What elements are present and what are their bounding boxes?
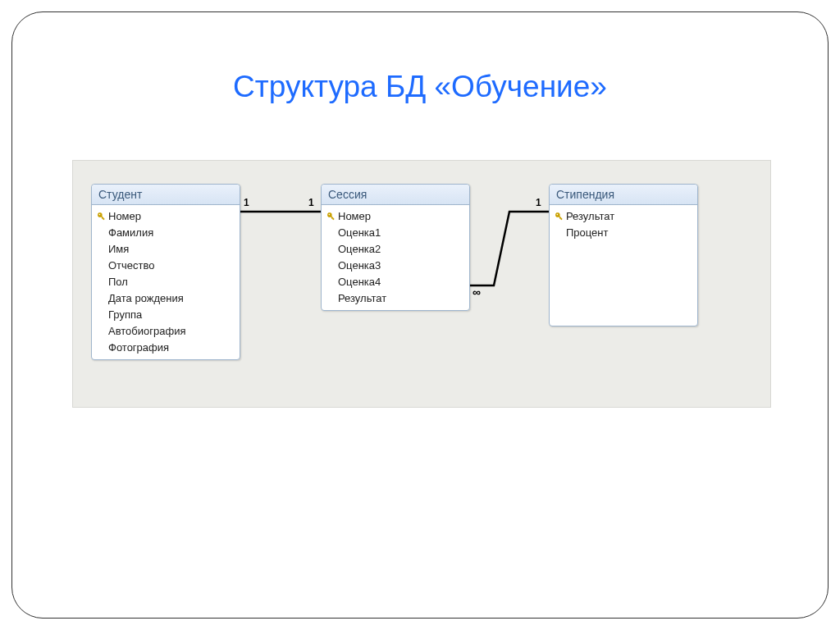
field-label: Результат bbox=[338, 291, 386, 306]
cardinality-label: ∞ bbox=[472, 285, 481, 299]
er-diagram-canvas: 1 1 ∞ 1 Студент 🔑︎Номер Фамилия Имя Отче… bbox=[72, 160, 771, 408]
table-field[interactable]: Оценка1 bbox=[322, 225, 469, 241]
cardinality-label: 1 bbox=[308, 197, 314, 208]
table-field[interactable]: Пол bbox=[92, 274, 240, 290]
field-label: Автобиография bbox=[108, 324, 185, 339]
table-field[interactable]: 🔑︎Результат bbox=[550, 208, 697, 225]
field-label: Оценка3 bbox=[338, 258, 381, 273]
field-label: Номер bbox=[108, 209, 141, 224]
field-label: Оценка2 bbox=[338, 242, 381, 257]
field-label: Отчество bbox=[108, 258, 155, 273]
field-label: Группа bbox=[108, 308, 142, 322]
table-student[interactable]: Студент 🔑︎Номер Фамилия Имя Отчество Пол… bbox=[91, 184, 240, 360]
table-header: Сессия bbox=[322, 185, 469, 205]
table-fields: 🔑︎Результат Процент bbox=[550, 205, 697, 244]
field-label: Пол bbox=[108, 275, 128, 290]
table-field[interactable]: 🔑︎Номер bbox=[92, 208, 240, 225]
field-label: Результат bbox=[566, 209, 614, 224]
cardinality-label: 1 bbox=[244, 197, 249, 208]
table-field[interactable]: Оценка4 bbox=[322, 274, 469, 290]
slide: Структура БД «Обучение» 1 1 ∞ 1 Студент … bbox=[0, 0, 840, 630]
table-stipend[interactable]: Стипендия 🔑︎Результат Процент bbox=[549, 184, 698, 326]
table-fields: 🔑︎Номер Оценка1 Оценка2 Оценка3 Оценка4 … bbox=[322, 205, 469, 310]
table-field[interactable]: Результат bbox=[322, 290, 469, 307]
table-field[interactable]: Оценка2 bbox=[322, 241, 469, 258]
cardinality-label: 1 bbox=[536, 197, 541, 208]
table-field[interactable]: 🔑︎Номер bbox=[322, 208, 469, 225]
field-label: Номер bbox=[338, 209, 371, 224]
field-label: Фамилия bbox=[108, 226, 153, 240]
table-header: Студент bbox=[92, 185, 240, 205]
table-field[interactable]: Процент bbox=[550, 225, 697, 241]
field-label: Имя bbox=[108, 242, 129, 257]
table-field[interactable]: Группа bbox=[92, 307, 240, 323]
field-label: Фотография bbox=[108, 340, 169, 355]
table-header: Стипендия bbox=[550, 185, 697, 205]
field-label: Оценка1 bbox=[338, 226, 381, 240]
field-label: Оценка4 bbox=[338, 275, 381, 290]
field-label: Дата рождения bbox=[108, 291, 184, 306]
table-field[interactable]: Оценка3 bbox=[322, 258, 469, 274]
table-session[interactable]: Сессия 🔑︎Номер Оценка1 Оценка2 Оценка3 О… bbox=[321, 184, 470, 311]
field-label: Процент bbox=[566, 226, 608, 240]
table-field[interactable]: Имя bbox=[92, 241, 240, 258]
table-field[interactable]: Дата рождения bbox=[92, 290, 240, 307]
table-field[interactable]: Отчество bbox=[92, 258, 240, 274]
slide-title: Структура БД «Обучение» bbox=[0, 70, 840, 104]
table-fields: 🔑︎Номер Фамилия Имя Отчество Пол Дата ро… bbox=[92, 205, 240, 359]
table-field[interactable]: Автобиография bbox=[92, 323, 240, 340]
table-field[interactable]: Фамилия bbox=[92, 225, 240, 241]
table-field[interactable]: Фотография bbox=[92, 340, 240, 356]
